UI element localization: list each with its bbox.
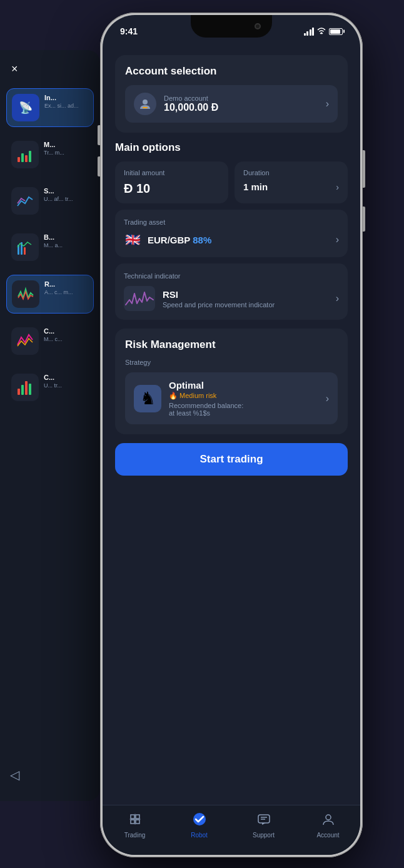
nav-label-robot: Robot <box>191 832 208 839</box>
sidebar-label-5: R... <box>44 280 73 288</box>
sidebar-icon-6 <box>11 327 39 355</box>
duration-chevron-icon: › <box>336 182 339 192</box>
status-time: 9:41 <box>120 26 138 36</box>
nav-item-robot[interactable]: Robot <box>167 812 231 839</box>
indicator-info: RSI Speed and price movement indicator <box>124 286 275 311</box>
asset-info: 🇬🇧 EUR/GBP 88% <box>124 231 211 248</box>
asset-percentage: 88% <box>193 235 211 245</box>
bottom-nav: Trading Robot <box>103 805 360 855</box>
sidebar-text-3: S... U... af... tr... <box>44 187 73 203</box>
start-trading-button[interactable]: Start trading <box>115 443 348 476</box>
strategy-chevron-icon: › <box>326 393 329 404</box>
account-icon <box>321 812 335 829</box>
strategy-card[interactable]: ♞ Optimal 🔥 Medium risk Recommended bala… <box>125 372 338 424</box>
flag-icon: 🇬🇧 <box>124 231 141 248</box>
technical-indicator-card[interactable]: Technical indicator RSI Speed and price … <box>115 263 348 320</box>
svg-rect-0 <box>18 157 20 162</box>
main-options-title: Main options <box>115 141 348 154</box>
svg-rect-2 <box>25 155 28 162</box>
duration-card[interactable]: Duration 1 min › <box>235 161 348 203</box>
account-selection-section: Account selection Demo account 1 <box>115 55 348 133</box>
duration-value-row: 1 min › <box>243 181 339 192</box>
sidebar-desc-7: U... tr... <box>44 382 62 390</box>
sidebar-icon-1: 📡 <box>12 94 39 121</box>
sidebar-text-2: M... Tr... m... <box>44 141 64 157</box>
risk-management-section: Risk Management Strategy ♞ Optimal 🔥 Med… <box>115 329 348 434</box>
svg-rect-13 <box>143 107 148 108</box>
strategy-balance: Recommended balance: at least %1$s <box>169 402 243 417</box>
account-balance: 10,000.00 Đ <box>164 102 218 113</box>
asset-row: 🇬🇧 EUR/GBP 88% › <box>124 231 339 248</box>
sidebar-text-6: C... M... c... <box>44 327 63 344</box>
nav-label-trading: Trading <box>124 832 146 839</box>
sidebar-icon-4 <box>11 233 39 261</box>
phone-screen: 9:41 <box>103 15 360 855</box>
trading-icon <box>128 812 142 829</box>
account-selection-row[interactable]: Demo account 10,000.00 Đ › <box>125 85 338 123</box>
strategy-info: ♞ Optimal 🔥 Medium risk Recommended bala… <box>134 380 243 417</box>
sidebar-item-4[interactable]: B... M... a... <box>6 228 94 266</box>
account-selection-title: Account selection <box>125 65 338 78</box>
svg-point-11 <box>321 33 322 34</box>
svg-rect-8 <box>21 385 24 395</box>
strategy-icon: ♞ <box>134 385 161 412</box>
wifi-icon <box>317 27 326 36</box>
technical-indicator-label: Technical indicator <box>124 272 339 280</box>
sidebar-desc-1: Ex... si... ad... <box>44 103 79 110</box>
nav-item-support[interactable]: Support <box>231 812 296 839</box>
svg-point-12 <box>143 100 148 105</box>
risk-management-title: Risk Management <box>125 339 338 351</box>
trading-asset-card[interactable]: Trading asset 🇬🇧 EUR/GBP 88% › <box>115 210 348 257</box>
side-button <box>363 207 365 232</box>
sidebar-item-2[interactable]: M... Tr... m... <box>6 136 94 173</box>
indicator-desc: Speed and price movement indicator <box>163 301 275 309</box>
indicator-text: RSI Speed and price movement indicator <box>163 289 275 309</box>
account-type: Demo account <box>164 94 218 102</box>
duration-value: 1 min <box>243 181 268 192</box>
sidebar-item-1[interactable]: 📡 In... Ex... si... ad... <box>6 88 94 127</box>
svg-rect-6 <box>24 247 26 255</box>
account-details: Demo account 10,000.00 Đ <box>164 94 218 113</box>
nav-item-trading[interactable]: Trading <box>103 812 167 839</box>
robot-check-icon <box>193 812 206 829</box>
strategy-name: Optimal <box>169 380 243 391</box>
power-button <box>363 150 365 188</box>
strategy-label: Strategy <box>125 359 338 366</box>
sidebar-label-2: M... <box>44 141 64 148</box>
asset-chevron-icon: › <box>336 234 339 245</box>
sidebar-item-3[interactable]: S... U... af... tr... <box>6 182 94 220</box>
svg-rect-7 <box>18 389 20 395</box>
support-icon <box>257 812 271 829</box>
volume-down-button <box>98 156 100 176</box>
nav-item-account[interactable]: Account <box>296 812 360 839</box>
account-chevron-icon: › <box>326 98 329 110</box>
account-info: Demo account 10,000.00 Đ <box>134 93 218 115</box>
phone-frame: 9:41 <box>100 13 363 857</box>
nav-label-support: Support <box>253 832 275 839</box>
duration-label: Duration <box>243 169 339 176</box>
indicator-name: RSI <box>163 289 275 300</box>
initial-amount-label: Initial amount <box>124 169 220 176</box>
sidebar-text-4: B... M... a... <box>44 233 63 250</box>
svg-rect-1 <box>21 153 24 162</box>
initial-amount-card[interactable]: Initial amount Đ 10 <box>115 161 228 203</box>
sidebar-item-7[interactable]: C... U... tr... <box>6 369 94 406</box>
sidebar-icon-2 <box>11 141 39 168</box>
camera-icon <box>255 23 261 29</box>
sidebar-text-1: In... Ex... si... ad... <box>44 94 79 110</box>
sidebar-desc-5: A... c... m... <box>44 289 73 297</box>
nav-label-account: Account <box>316 832 339 839</box>
sidebar-desc-3: U... af... tr... <box>44 196 73 203</box>
risk-level: 🔥 Medium risk <box>169 392 243 400</box>
svg-rect-9 <box>25 381 28 395</box>
sidebar-item-5[interactable]: R... A... c... m... <box>6 275 94 314</box>
back-arrow-icon[interactable]: ◁ <box>10 767 19 782</box>
volume-up-button <box>98 125 100 145</box>
close-button[interactable]: × <box>6 60 94 78</box>
account-avatar <box>134 93 156 115</box>
sidebar-text-5: R... A... c... m... <box>44 280 73 297</box>
sidebar-item-6[interactable]: C... M... c... <box>6 322 94 360</box>
sidebar-icon-7 <box>11 374 39 401</box>
strategy-details: Optimal 🔥 Medium risk Recommended balanc… <box>169 380 243 417</box>
main-options-section: Main options Initial amount Đ 10 Duratio… <box>115 141 348 320</box>
